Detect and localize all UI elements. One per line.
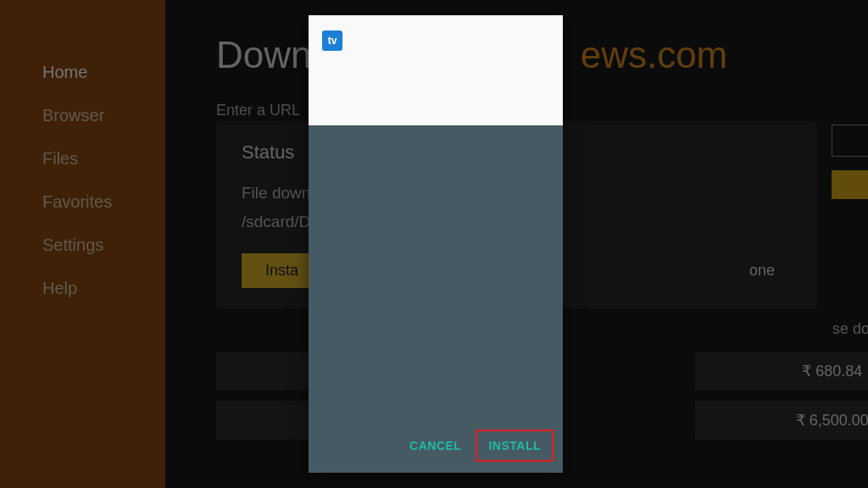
install-button[interactable]: INSTALL <box>478 432 551 459</box>
cancel-button[interactable]: CANCEL <box>399 432 471 459</box>
dialog-body <box>309 125 563 422</box>
install-dialog: tv CANCEL INSTALL <box>309 15 563 473</box>
dialog-actions: CANCEL INSTALL <box>309 422 563 473</box>
app-icon: tv <box>322 30 342 51</box>
dialog-header: tv <box>309 15 563 125</box>
